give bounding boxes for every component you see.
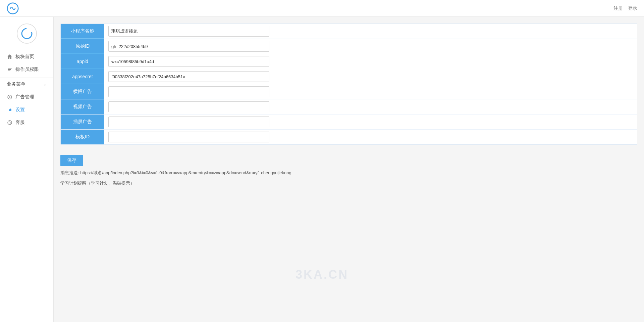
message-push-info: 消息推送: https://域名/app/index.php?i=3&t=0&v… [60,170,637,177]
form-row-appid: appid [61,54,637,69]
sidebar-item-customer-service[interactable]: 客服 [0,116,53,129]
sidebar-item-settings[interactable]: 设置 [0,103,53,116]
interstitial-ad-input-wrap [104,114,637,129]
business-menu-label: 业务菜单 [7,81,25,87]
svg-point-6 [8,121,12,125]
layout: 模块首页 操作员权限 业务菜单 ⌄ 广告管理 [0,17,644,322]
interstitial-ad-input[interactable] [108,117,269,127]
appid-input-wrap [104,54,637,69]
ad-management-icon [7,94,13,100]
appsecret-input-wrap [104,69,637,84]
chevron-down-icon: ⌄ [43,82,47,87]
original-id-label: 原始ID [61,39,104,54]
settings-form-card: 小程序名称 原始ID appid appsecret [60,24,637,145]
login-link[interactable]: 登录 [628,5,637,11]
original-id-input-wrap [104,39,637,54]
video-ad-input[interactable] [108,101,269,112]
logo-icon [7,2,19,14]
mini-program-name-input[interactable] [108,26,269,37]
form-row-banner-ad: 横幅广告 [61,84,637,99]
template-id-input[interactable] [108,132,269,142]
home-icon [7,54,13,60]
header-actions: 注册 登录 [613,5,637,11]
mini-program-name-label: 小程序名称 [61,24,104,39]
appid-label: appid [61,54,104,69]
study-plan-label: 学习计划提醒（学习计划、温破提示） [60,181,135,186]
svg-point-1 [20,27,33,40]
save-button-row: 保存 [60,151,637,170]
form-row-original-id: 原始ID [61,39,637,54]
permissions-icon [7,66,13,73]
avatar-spinner-icon [20,27,34,40]
template-id-input-wrap [104,130,637,144]
sidebar-item-permissions[interactable]: 操作员权限 [0,63,53,76]
appsecret-label: appsecret [61,69,104,84]
video-ad-input-wrap [104,99,637,114]
sidebar-item-home[interactable]: 模块首页 [0,50,53,63]
svg-rect-2 [8,68,12,68]
svg-rect-4 [8,71,10,71]
mini-program-name-input-wrap [104,24,637,39]
banner-ad-input[interactable] [108,86,269,97]
banner-ad-label: 横幅广告 [61,84,104,99]
form-row-video-ad: 视频广告 [61,99,637,114]
sidebar-customer-service-label: 客服 [15,120,25,126]
sidebar-settings-label: 设置 [15,107,25,113]
svg-rect-7 [9,123,9,124]
template-id-label: 模板ID [61,130,104,144]
customer-service-icon [7,120,13,126]
video-ad-label: 视频广告 [61,99,104,114]
settings-icon [7,107,13,113]
sidebar-permissions-label: 操作员权限 [15,66,39,73]
save-button[interactable]: 保存 [60,155,83,166]
logo [7,2,19,14]
avatar-wrap [0,24,53,44]
form-row-mini-program-name: 小程序名称 [61,24,637,39]
svg-rect-3 [8,69,11,70]
svg-rect-8 [10,123,11,124]
appsecret-input[interactable] [108,71,269,82]
message-push-label: 消息推送: [60,170,79,175]
sidebar-home-label: 模块首页 [15,54,34,60]
avatar [17,24,37,44]
interstitial-ad-label: 插屏广告 [61,114,104,129]
sidebar-business-group: 业务菜单 ⌄ 广告管理 设置 客服 [0,78,53,129]
sidebar-business-header[interactable]: 业务菜单 ⌄ [0,78,53,91]
sidebar-ad-management-label: 广告管理 [15,94,34,100]
main-content: 小程序名称 原始ID appid appsecret [54,17,644,322]
form-row-interstitial-ad: 插屏广告 [61,114,637,130]
banner-ad-input-wrap [104,84,637,99]
appid-input[interactable] [108,56,269,67]
register-link[interactable]: 注册 [613,5,623,11]
original-id-input[interactable] [108,41,269,52]
form-row-appsecret: appsecret [61,69,637,84]
form-row-template-id: 模板ID [61,130,637,144]
sidebar: 模块首页 操作员权限 业务菜单 ⌄ 广告管理 [0,17,54,322]
message-push-url: https://域名/app/index.php?i=3&t=0&v=1.0&f… [80,170,291,175]
sidebar-item-ad-management[interactable]: 广告管理 [0,91,53,103]
study-plan-info: 学习计划提醒（学习计划、温破提示） [60,180,637,187]
header: 注册 登录 [0,0,644,17]
